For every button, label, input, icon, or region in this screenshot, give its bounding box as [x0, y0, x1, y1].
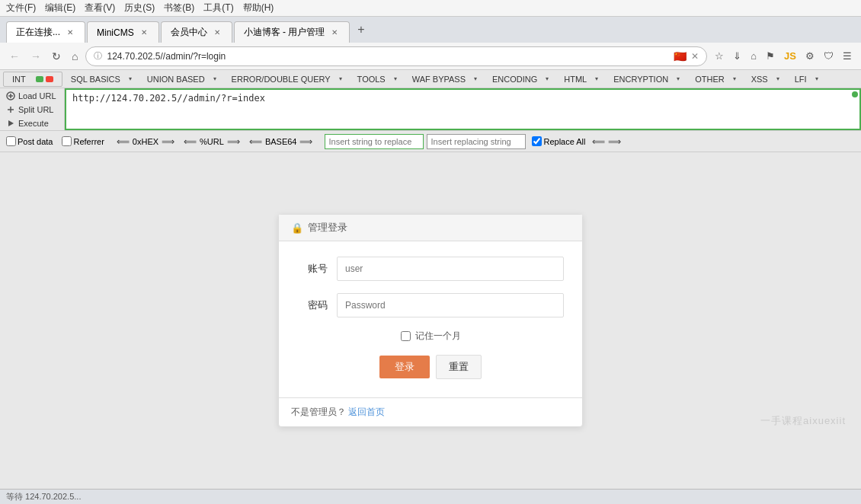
- download-button[interactable]: ⇓: [730, 49, 744, 63]
- post-data-check[interactable]: [6, 136, 16, 146]
- union-based-arrow: ▾: [210, 74, 220, 84]
- tools-label: TOOLS: [354, 73, 389, 85]
- footer-link[interactable]: 返回首页: [348, 407, 385, 417]
- tab-0-label: 正在连接...: [16, 26, 60, 39]
- tab-0[interactable]: 正在连接... ✕: [6, 21, 85, 43]
- xss-label: XSS: [747, 73, 772, 85]
- login-button[interactable]: 登录: [379, 356, 430, 378]
- remember-checkbox[interactable]: [401, 331, 411, 341]
- tab-1-close[interactable]: ✕: [139, 27, 149, 37]
- hackbar-section: INT SQL BASICS ▾ UNION BASED ▾ ERROR/DOU…: [0, 70, 861, 152]
- profile-button[interactable]: ⚑: [763, 49, 778, 63]
- encryption-label: ENCRYPTION: [610, 73, 672, 85]
- tab-1[interactable]: MiniCMS ✕: [87, 21, 159, 43]
- hex-encode-left-arrow[interactable]: ⟸: [117, 136, 130, 147]
- menu-button[interactable]: ☰: [840, 49, 855, 63]
- hackbar-left: Load URL Split URL Execute: [0, 88, 65, 130]
- waf-bypass-menu[interactable]: WAF BYPASS ▾: [405, 72, 484, 87]
- hackbar-url-input[interactable]: http://124.70.202.5//admin/?r=index: [65, 88, 861, 130]
- encryption-menu[interactable]: ENCRYPTION ▾: [607, 72, 687, 87]
- lock-icon: 🔒: [291, 222, 303, 234]
- password-input[interactable]: [337, 293, 564, 317]
- sql-basics-menu[interactable]: SQL BASICS ▾: [64, 72, 139, 87]
- hackbar-main: Load URL Split URL Execute http://124.70…: [0, 88, 861, 131]
- lfi-label: LFI: [791, 73, 811, 85]
- menu-tools[interactable]: 工具(T): [203, 2, 233, 14]
- menu-edit[interactable]: 编辑(E): [45, 2, 75, 14]
- menu-history[interactable]: 历史(S): [124, 2, 155, 14]
- tab-2-close[interactable]: ✕: [212, 27, 222, 37]
- post-data-checkbox[interactable]: Post data: [6, 136, 53, 146]
- referrer-check[interactable]: [62, 136, 72, 146]
- url-clear-button[interactable]: ✕: [691, 51, 699, 62]
- referrer-checkbox[interactable]: Referrer: [62, 136, 104, 146]
- home-button[interactable]: ⌂: [69, 49, 81, 64]
- html-label: HTML: [560, 73, 591, 85]
- shield-button[interactable]: 🛡: [821, 49, 837, 63]
- tab-1-label: MiniCMS: [97, 27, 134, 38]
- menu-bookmarks[interactable]: 书签(B): [164, 2, 194, 14]
- bookmark-button[interactable]: ☆: [712, 49, 727, 63]
- tab-2-label: 会员中心: [171, 26, 207, 39]
- watermark: 一手课程aixuexiit: [760, 414, 846, 428]
- username-input[interactable]: [337, 257, 564, 281]
- reload-button[interactable]: ↻: [49, 49, 64, 64]
- html-arrow: ▾: [591, 74, 602, 84]
- error-query-label: ERROR/DOUBLE QUERY: [228, 73, 334, 85]
- split-url-label: Split URL: [18, 105, 53, 114]
- tab-2[interactable]: 会员中心 ✕: [161, 21, 232, 43]
- lfi-menu[interactable]: LFI ▾: [788, 72, 825, 87]
- menu-help[interactable]: 帮助(H): [243, 2, 274, 14]
- load-url-button[interactable]: Load URL: [0, 89, 64, 103]
- int-dropdown[interactable]: INT: [3, 72, 62, 87]
- html-menu[interactable]: HTML ▾: [557, 72, 605, 87]
- union-based-menu[interactable]: UNION BASED ▾: [140, 72, 223, 87]
- menu-file[interactable]: 文件(F): [6, 2, 36, 14]
- url-bar-input[interactable]: [107, 51, 669, 62]
- page-content-area: 🔒 管理登录 账号 密码 记住一个月 登录 重置: [0, 152, 861, 489]
- btn-row: 登录 重置: [297, 355, 564, 379]
- tools-menu[interactable]: TOOLS ▾: [350, 72, 404, 87]
- hackbar-url-area: http://124.70.202.5//admin/?r=index: [65, 88, 861, 130]
- menu-view[interactable]: 查看(V): [85, 2, 115, 14]
- replace-right-arrow[interactable]: ⟹: [608, 136, 621, 147]
- extensions-button[interactable]: ⚙: [802, 49, 818, 63]
- new-tab-button[interactable]: +: [351, 20, 370, 40]
- insert-replace-input[interactable]: [325, 134, 424, 149]
- split-url-button[interactable]: Split URL: [0, 103, 64, 116]
- percent-encode-right-arrow[interactable]: ⟹: [227, 136, 240, 147]
- tab-3[interactable]: 小迪博客 - 用户管理 ✕: [234, 21, 350, 43]
- url-bar-wrapper: ⓘ 🇨🇳 ✕: [85, 46, 707, 66]
- back-button[interactable]: ←: [6, 49, 23, 64]
- encoding-menu[interactable]: ENCODING ▾: [485, 72, 555, 87]
- base64-label: BASE64: [265, 137, 297, 146]
- error-query-menu[interactable]: ERROR/DOUBLE QUERY ▾: [225, 72, 349, 87]
- replace-all-check-input[interactable]: [532, 136, 542, 146]
- forward-button[interactable]: →: [27, 49, 44, 64]
- waf-bypass-arrow: ▾: [470, 74, 481, 84]
- hex-encode-right-arrow[interactable]: ⟹: [162, 136, 174, 147]
- js-button[interactable]: JS: [781, 49, 799, 63]
- password-label: 密码: [297, 298, 328, 312]
- execute-button[interactable]: Execute: [0, 116, 64, 130]
- nav-bar: ← → ↻ ⌂ ⓘ 🇨🇳 ✕ ☆ ⇓ ⌂ ⚑ JS ⚙ 🛡 ☰: [0, 43, 861, 70]
- tab-0-close[interactable]: ✕: [65, 27, 75, 37]
- post-data-label: Post data: [18, 137, 53, 146]
- replace-all-checkbox[interactable]: Replace All: [532, 136, 585, 146]
- encoding-label: ENCODING: [488, 73, 541, 85]
- replace-left-arrow[interactable]: ⟸: [592, 136, 605, 147]
- xss-menu[interactable]: XSS ▾: [744, 72, 786, 87]
- lfi-arrow: ▾: [811, 74, 822, 84]
- base64-encode-right-arrow[interactable]: ⟹: [299, 136, 312, 147]
- other-arrow: ▾: [729, 74, 740, 84]
- tab-3-close[interactable]: ✕: [329, 27, 340, 37]
- percent-label: %URL: [200, 137, 224, 146]
- tools-arrow: ▾: [390, 74, 401, 84]
- reset-button[interactable]: 重置: [436, 355, 482, 379]
- hackbar-status-dot: [852, 91, 858, 97]
- other-menu[interactable]: OTHER ▾: [688, 72, 743, 87]
- percent-encode-left-arrow[interactable]: ⟸: [184, 136, 197, 147]
- insert-replacing-input[interactable]: [427, 134, 526, 149]
- home-nav-button[interactable]: ⌂: [747, 49, 760, 63]
- base64-encode-left-arrow[interactable]: ⟸: [249, 136, 262, 147]
